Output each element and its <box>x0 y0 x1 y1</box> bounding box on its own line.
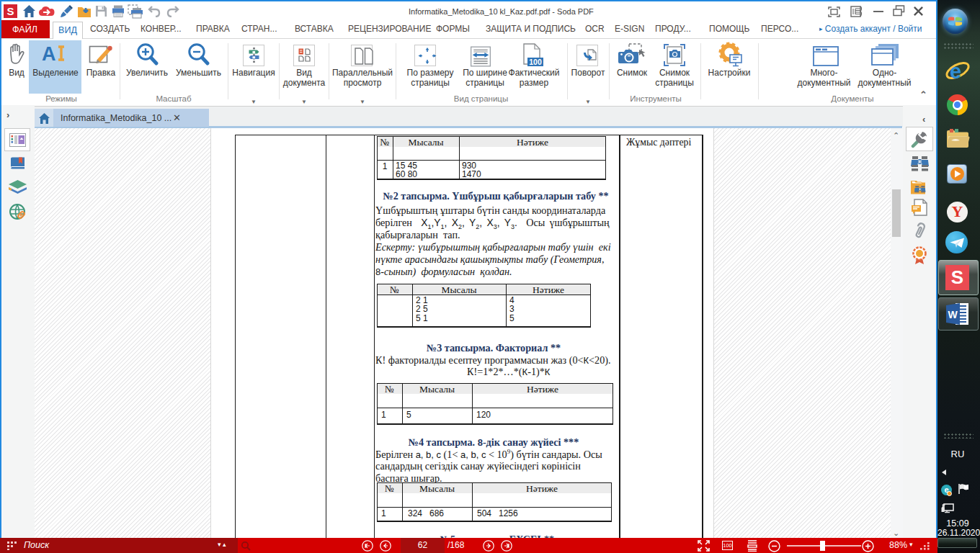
svg-text:W: W <box>948 309 958 320</box>
svg-text:e: e <box>950 60 961 83</box>
